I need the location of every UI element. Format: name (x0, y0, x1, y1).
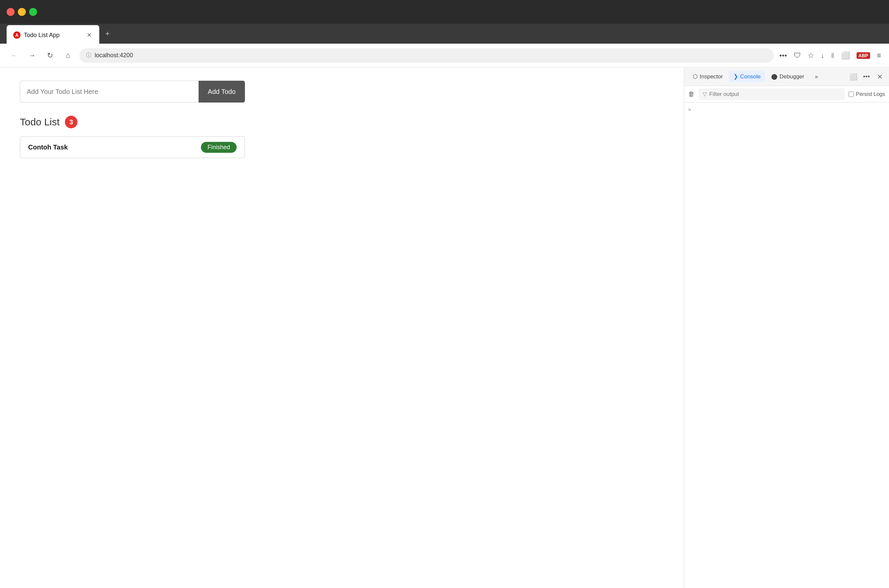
split-view-button[interactable]: ⬜ (841, 51, 850, 60)
maximize-button[interactable] (29, 8, 37, 16)
active-tab[interactable]: A Todo List App ✕ (7, 25, 99, 45)
status-badge: Finished (201, 142, 237, 153)
bookmark-button[interactable]: ☆ (808, 51, 814, 60)
more-tabs-button[interactable]: » (810, 71, 823, 82)
debugger-label: Debugger (779, 74, 804, 80)
back-button[interactable]: ← (8, 49, 21, 62)
filter-icon: ▽ (702, 91, 707, 97)
todo-count-badge: 3 (65, 116, 77, 128)
nav-right-icons: ••• 🛡 ☆ ↓ ⫴ ⬜ ABP ≡ (779, 51, 881, 60)
console-label: Console (740, 74, 761, 80)
page-area: Add Todo Todo List 3 Contoh Task Finishe… (0, 68, 684, 588)
close-devtools-button[interactable]: ✕ (874, 71, 885, 82)
console-chevron-icon: » (688, 106, 691, 112)
forward-button[interactable]: → (26, 49, 38, 62)
split-devtools-button[interactable]: ⬜ (848, 71, 859, 82)
devtools-right-actions: ⬜ ••• ✕ (848, 71, 885, 82)
devtools-more-button[interactable]: ••• (861, 71, 872, 82)
tab-close-button[interactable]: ✕ (86, 32, 93, 39)
home-button[interactable]: ⌂ (62, 49, 74, 62)
tab-bar: A Todo List App ✕ + (0, 24, 889, 44)
devtools-panel: ⬡ Inspector ❯ Console ⬤ Debugger » ⬜ •••… (684, 68, 889, 588)
url-display: localhost:4200 (95, 52, 133, 59)
inspector-tab[interactable]: ⬡ Inspector (688, 71, 728, 82)
devtools-console-bar: 🗑 ▽ Persist Logs (684, 86, 889, 102)
tab-favicon: A (13, 32, 21, 39)
persist-logs-wrapper: Persist Logs (848, 91, 885, 97)
title-bar (0, 0, 889, 24)
nav-bar: ← → ↻ ⌂ ⓘ localhost:4200 ••• 🛡 ☆ ↓ ⫴ ⬜ A… (0, 44, 889, 68)
info-icon: ⓘ (86, 52, 91, 59)
todo-list: Contoh Task Finished (20, 136, 664, 158)
todo-list-header: Todo List 3 (20, 116, 245, 128)
console-tab[interactable]: ❯ Console (729, 71, 765, 82)
console-icon: ❯ (733, 73, 738, 80)
todo-item-text: Contoh Task (28, 144, 68, 151)
traffic-lights (7, 8, 37, 16)
console-filter-wrapper: ▽ (699, 88, 845, 100)
reload-button[interactable]: ↻ (44, 49, 56, 62)
more-button[interactable]: ••• (779, 51, 787, 60)
todo-list-title: Todo List (20, 116, 60, 128)
bookmarks-button[interactable]: ⫴ (831, 51, 834, 60)
new-tab-button[interactable]: + (99, 24, 116, 44)
download-button[interactable]: ↓ (821, 51, 824, 60)
shield-icon[interactable]: 🛡 (794, 51, 801, 60)
clear-console-button[interactable]: 🗑 (688, 90, 695, 98)
todo-input-row: Add Todo (20, 81, 245, 102)
persist-logs-label: Persist Logs (856, 91, 885, 97)
inspector-label: Inspector (700, 74, 723, 80)
add-todo-button[interactable]: Add Todo (199, 81, 245, 102)
debugger-icon: ⬤ (771, 73, 778, 80)
address-bar[interactable]: ⓘ localhost:4200 (80, 48, 774, 63)
browser-content: Add Todo Todo List 3 Contoh Task Finishe… (0, 68, 889, 588)
abp-badge[interactable]: ABP (857, 52, 871, 59)
tab-title: Todo List App (24, 32, 82, 39)
menu-button[interactable]: ≡ (877, 51, 881, 60)
close-button[interactable] (7, 8, 15, 16)
devtools-console-content: » (684, 102, 889, 588)
devtools-toolbar: ⬡ Inspector ❯ Console ⬤ Debugger » ⬜ •••… (684, 68, 889, 86)
debugger-tab[interactable]: ⬤ Debugger (767, 71, 809, 82)
minimize-button[interactable] (18, 8, 26, 16)
table-row: Contoh Task Finished (20, 136, 245, 158)
console-filter-input[interactable] (709, 91, 841, 98)
inspector-icon: ⬡ (693, 73, 698, 80)
todo-input[interactable] (20, 81, 199, 102)
persist-logs-checkbox[interactable] (848, 92, 854, 97)
